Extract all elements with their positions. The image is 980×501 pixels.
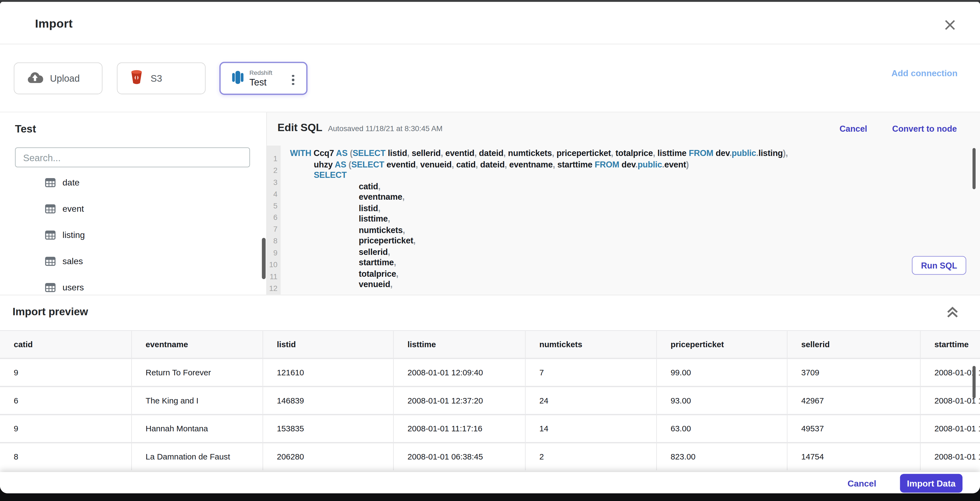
- upload-tile-label: Upload: [50, 73, 80, 84]
- main-split: Test date event li: [0, 112, 980, 295]
- table-cell: 99.00: [656, 359, 787, 386]
- add-connection-link[interactable]: Add connection: [891, 68, 958, 78]
- line-number: 7: [267, 224, 280, 235]
- sidebar-item-sales[interactable]: sales: [0, 248, 266, 274]
- code-line: priceperticket,: [280, 235, 980, 246]
- line-number: 3: [267, 176, 280, 188]
- sidebar-table-label: event: [63, 203, 84, 214]
- table-cell: 153835: [262, 415, 393, 442]
- run-sql-button[interactable]: Run SQL: [912, 256, 966, 275]
- convert-to-node-link[interactable]: Convert to node: [892, 124, 957, 133]
- page-backdrop-top: [0, 0, 980, 2]
- sidebar-table-label: sales: [63, 256, 83, 266]
- close-icon[interactable]: [943, 19, 956, 32]
- table-cell: 14754: [787, 443, 920, 470]
- sql-editor-header: Edit SQL Autosaved 11/18/21 at 8:30:45 A…: [278, 122, 442, 135]
- code-line: sellerid,: [280, 246, 980, 257]
- sidebar-item-date[interactable]: date: [0, 169, 266, 195]
- table-row: 6The King and I1468392008-01-01 12:37:20…: [0, 386, 980, 414]
- table-cell: 2008-01-01 1: [920, 387, 980, 414]
- search-input[interactable]: [15, 147, 250, 167]
- code-line: SELECT: [280, 170, 980, 181]
- line-number: 6: [267, 212, 280, 224]
- schema-table-list: date event listing sales: [0, 169, 266, 295]
- table-header-row: catideventnamelistidlisttimenumticketspr…: [0, 331, 980, 358]
- sql-cancel-link[interactable]: Cancel: [840, 124, 867, 133]
- autosave-status: Autosaved 11/18/21 at 8:30:45 AM: [328, 124, 442, 133]
- table-cell: 49537: [787, 415, 920, 442]
- dialog-footer: Cancel Import Data: [0, 472, 980, 493]
- schema-panel-scrollbar[interactable]: [262, 238, 266, 279]
- chevron-double-up-icon[interactable]: [945, 305, 959, 319]
- column-header: eventname: [131, 331, 262, 358]
- table-row: 9Hannah Montana1538352008-01-01 11:17:16…: [0, 414, 980, 442]
- import-preview-title: Import preview: [13, 306, 88, 319]
- table-cell: 63.00: [656, 415, 787, 442]
- code-line: eventname,: [280, 192, 980, 203]
- line-number: 11: [267, 271, 280, 283]
- table-cell: 9: [0, 359, 131, 386]
- sidebar-item-event[interactable]: event: [0, 195, 266, 222]
- table-cell: 14: [525, 415, 656, 442]
- line-number: 1: [267, 153, 280, 165]
- kebab-menu-icon[interactable]: [290, 72, 296, 88]
- preview-table-scrollbar[interactable]: [973, 366, 975, 398]
- s3-bucket-icon: [130, 70, 143, 87]
- sidebar-table-label: listing: [63, 230, 85, 240]
- redshift-tile-selected[interactable]: Redshift Test: [219, 62, 307, 95]
- line-number: 10: [267, 259, 280, 271]
- table-icon: [45, 282, 56, 292]
- code-line: starttime,: [280, 257, 980, 268]
- column-header: starttime: [920, 331, 980, 358]
- import-data-button[interactable]: Import Data: [900, 474, 963, 493]
- sidebar-item-users[interactable]: users: [0, 274, 266, 295]
- line-number: 4: [267, 189, 280, 200]
- table-cell: 823.00: [656, 443, 787, 470]
- s3-tile-label: S3: [151, 73, 162, 84]
- column-header: numtickets: [525, 331, 656, 358]
- s3-tile[interactable]: S3: [117, 63, 205, 95]
- table-cell: La Damnation de Faust: [131, 443, 262, 470]
- code-line: uhzy AS (SELECT eventid, venueid, catid,…: [280, 159, 980, 170]
- line-number: 5: [267, 200, 280, 212]
- connections-row: Upload S3: [0, 44, 980, 112]
- table-icon: [45, 204, 56, 213]
- table-cell: 2: [525, 443, 656, 470]
- footer-cancel-link[interactable]: Cancel: [848, 478, 877, 488]
- table-cell: 2008-01-01 1: [920, 359, 980, 386]
- sql-editor-panel: Edit SQL Autosaved 11/18/21 at 8:30:45 A…: [267, 112, 980, 295]
- table-cell: 2008-01-01 1: [920, 443, 980, 470]
- schema-panel: Test date event li: [0, 112, 267, 295]
- line-number: 2: [267, 165, 280, 176]
- dialog-title: Import: [35, 17, 73, 30]
- code-line: catid,: [280, 181, 980, 192]
- table-cell: 6: [0, 387, 131, 414]
- table-cell: Hannah Montana: [131, 415, 262, 442]
- table-cell: 9: [0, 415, 131, 442]
- sidebar-item-listing[interactable]: listing: [0, 222, 266, 248]
- sql-code-lines: WITH Ccq7 AS (SELECT listid, sellerid, e…: [280, 146, 980, 290]
- sql-editor-title: Edit SQL: [278, 122, 322, 135]
- code-line: numtickets,: [280, 225, 980, 235]
- sidebar-table-label: date: [63, 177, 80, 187]
- redshift-tile-name: Test: [250, 77, 272, 87]
- sql-code-editor[interactable]: 123456789101112 WITH Ccq7 AS (SELECT lis…: [267, 146, 980, 295]
- table-cell: 206280: [262, 443, 393, 470]
- column-header: priceperticket: [656, 331, 787, 358]
- cloud-upload-icon: [27, 71, 43, 86]
- line-number: 9: [267, 247, 280, 259]
- sql-editor-scrollbar[interactable]: [973, 148, 975, 189]
- import-dialog: Import Upload: [0, 2, 980, 493]
- redshift-icon: [232, 70, 243, 87]
- table-icon: [45, 230, 56, 239]
- line-number-gutter: 123456789101112: [267, 146, 280, 295]
- upload-tile[interactable]: Upload: [14, 63, 103, 95]
- column-header: listid: [262, 331, 393, 358]
- table-cell: 8: [0, 443, 131, 470]
- table-cell: 93.00: [656, 387, 787, 414]
- table-cell: 2008-01-01 06:38:45: [393, 443, 525, 470]
- sql-editor-actions: Cancel Convert to node: [840, 124, 957, 133]
- table-cell: 2008-01-01 1: [920, 415, 980, 442]
- table-cell: 121610: [262, 359, 393, 386]
- import-preview-bar: Import preview: [0, 295, 980, 330]
